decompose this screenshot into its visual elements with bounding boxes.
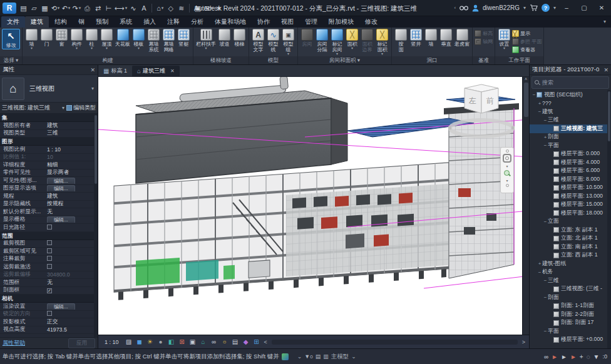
detail-level-icon[interactable]: ▨: [125, 337, 133, 346]
measure-icon[interactable]: ⊢: [104, 3, 113, 13]
tree-item[interactable]: 楼层平面: 8.000: [530, 175, 611, 184]
type-selector[interactable]: ⌂ 三维视图 ▾: [0, 75, 98, 103]
wall-opening-button[interactable]: 墙: [424, 29, 438, 47]
drawing-canvas[interactable]: 左 前 ▾ ▾ ˄: [98, 77, 529, 335]
tree-expander[interactable]: +: [543, 134, 548, 140]
roof-button[interactable]: 屋顶▾: [100, 29, 114, 50]
tree-item[interactable]: +建筑-图纸: [530, 260, 611, 268]
door-button[interactable]: 门: [39, 29, 54, 47]
window-button[interactable]: 窗: [54, 29, 69, 47]
filter-icon[interactable]: ▼: [593, 353, 600, 360]
dimension-icon[interactable]: ⟷▾: [115, 3, 127, 13]
vertical-opening-button[interactable]: 垂直: [439, 29, 453, 47]
property-value[interactable]: [46, 311, 98, 317]
property-value[interactable]: 编辑...: [46, 216, 98, 223]
area-button[interactable]: 面积▾: [345, 29, 359, 50]
model-line-button[interactable]: 模型 线: [266, 29, 280, 53]
tree-item[interactable]: 楼层平面: 4.000: [530, 158, 611, 167]
select-links-icon[interactable]: ∞: [544, 353, 548, 360]
model-text-button[interactable]: 模型 文字: [251, 29, 265, 53]
ribbon-tab-体量和场地[interactable]: 体量和场地: [209, 16, 252, 28]
steering-wheel-icon[interactable]: [503, 154, 511, 163]
tree-item[interactable]: 立面: 南 副本 1: [530, 243, 611, 251]
active-workset-icon[interactable]: ▥: [323, 353, 329, 360]
tree-expander[interactable]: +: [537, 101, 542, 106]
column-button[interactable]: 柱▾: [85, 29, 99, 50]
checkbox[interactable]: [47, 225, 52, 230]
type-selector-chevron-icon[interactable]: ▾: [91, 86, 94, 91]
ribbon-tab-视图[interactable]: 视图: [275, 16, 299, 28]
undo-icon[interactable]: ↶▾: [61, 3, 71, 13]
railing-button[interactable]: 栏杆扶手▾: [195, 29, 217, 50]
tree-expander[interactable]: −: [543, 295, 548, 300]
scroll-up-icon[interactable]: ˄: [525, 77, 527, 81]
property-value[interactable]: [46, 240, 98, 246]
navigation-bar[interactable]: ▾ ▾: [500, 147, 514, 193]
thin-lines-icon[interactable]: ≋: [177, 3, 186, 13]
property-value[interactable]: ✓: [46, 287, 98, 293]
ribbon-tab-预制[interactable]: 预制: [90, 16, 114, 28]
tree-item[interactable]: −剖面: [530, 293, 611, 302]
help-menu-chevron-icon[interactable]: ▾: [553, 5, 556, 11]
panel-label-选择[interactable]: 选择 ▾: [0, 56, 22, 65]
properties-close-icon[interactable]: ✕: [90, 67, 95, 73]
area-boundary-button[interactable]: 面积 边界: [360, 29, 374, 53]
search-help-icon[interactable]: [460, 5, 468, 11]
tree-item[interactable]: −三维: [530, 276, 611, 285]
locked-3d-view-icon[interactable]: ⌂: [199, 337, 208, 346]
active-workset-select[interactable]: 主模型: [331, 353, 349, 361]
property-value[interactable]: 建筑: [46, 193, 98, 200]
grid-button[interactable]: 轴网: [475, 38, 493, 45]
mullion-button[interactable]: 竖梃: [177, 29, 191, 47]
navbar-close-icon[interactable]: [506, 149, 509, 153]
browser-scrollbar[interactable]: [607, 90, 611, 348]
reference-plane-button[interactable]: 参照 平面: [512, 38, 542, 45]
panel-label-房间和面积[interactable]: 房间和面积 ▾: [298, 56, 391, 65]
ribbon-tab-文件[interactable]: 文件: [1, 16, 25, 28]
checkbox[interactable]: [47, 240, 52, 245]
property-value[interactable]: 41973.5: [46, 326, 98, 333]
crop-view-icon[interactable]: ⊠: [178, 337, 187, 346]
constraints-icon[interactable]: ⊞: [252, 337, 261, 346]
property-value[interactable]: [46, 248, 98, 255]
properties-help-link[interactable]: 属性帮助: [3, 339, 25, 347]
property-value[interactable]: 无: [46, 279, 98, 286]
tree-expander[interactable]: −: [543, 328, 548, 334]
tree-item[interactable]: −建筑: [530, 108, 611, 116]
tree-item[interactable]: 立面: 西 副本 1: [530, 251, 611, 260]
tree-item[interactable]: −平面: [530, 141, 611, 150]
instance-selector[interactable]: 三维视图: 建筑三维 ▾: [2, 104, 64, 112]
property-value[interactable]: [46, 225, 98, 231]
opening-by-face-button[interactable]: 按 面: [394, 29, 408, 53]
scroll-right-icon[interactable]: >: [522, 339, 525, 345]
room-button[interactable]: 房间: [300, 29, 314, 47]
curtain-grid-button[interactable]: 幕墙 网格: [162, 29, 176, 53]
tree-item[interactable]: 立面: 东 副本 1: [530, 226, 611, 235]
snaps-icon[interactable]: ◌: [587, 353, 590, 360]
tree-expander[interactable]: −: [537, 109, 542, 114]
tag-room-button[interactable]: 标记 房间▾: [330, 29, 344, 56]
editing-requests-icon[interactable]: ▼0: [304, 353, 312, 360]
tree-item[interactable]: +剖面: [530, 133, 611, 142]
edit-button[interactable]: 编辑...: [47, 216, 75, 223]
tree-item[interactable]: 楼层平面: +0.000: [530, 336, 611, 345]
property-value[interactable]: 编辑...: [46, 303, 98, 310]
ribbon-tab-结构[interactable]: 结构: [49, 16, 73, 28]
tree-item[interactable]: 楼层平面: 6.000: [530, 167, 611, 176]
view-tab-3d[interactable]: ⌂ 建筑三维 ✕: [132, 66, 180, 76]
property-value[interactable]: 10: [46, 154, 98, 160]
tree-expander[interactable]: −: [531, 92, 537, 98]
tree-item[interactable]: 楼层平面: 15.000: [530, 201, 611, 210]
render-dialog-icon[interactable]: ◧: [167, 337, 176, 346]
checkbox[interactable]: [47, 248, 52, 253]
tree-item[interactable]: 三维视图: 建筑三: [530, 124, 611, 133]
sync-icon[interactable]: ⟲▾: [51, 3, 60, 13]
tree-item[interactable]: 剖面: 剖面 17: [530, 319, 611, 328]
print-icon[interactable]: ⎙: [83, 3, 92, 13]
spline-icon[interactable]: ∿: [128, 3, 138, 13]
zoom-tool-icon[interactable]: [503, 169, 511, 177]
property-group-相机[interactable]: 相机: [0, 295, 98, 303]
room-separator-button[interactable]: 房间 分隔: [315, 29, 329, 53]
tree-expander[interactable]: −: [543, 278, 548, 283]
property-group-范围[interactable]: 范围: [0, 232, 98, 240]
